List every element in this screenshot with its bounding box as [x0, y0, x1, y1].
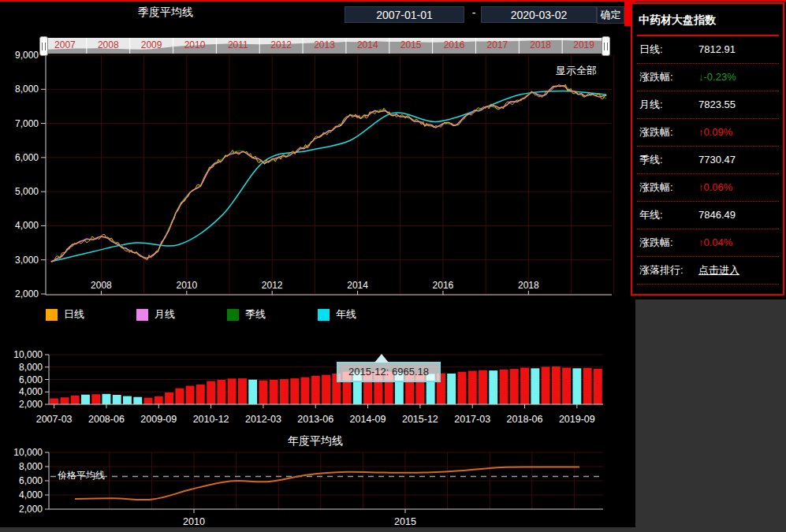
- svg-text:6,000: 6,000: [15, 152, 39, 163]
- bar: [217, 380, 225, 404]
- charts-area: 9,0008,0007,0006,0005,0004,0003,0002,000…: [0, 0, 635, 527]
- panel-row: 涨跌幅:↑0.09%: [637, 119, 779, 147]
- series-yearly: [51, 91, 606, 262]
- date-to-input[interactable]: 2020-03-02: [481, 6, 597, 23]
- svg-text:2012: 2012: [262, 280, 283, 291]
- bar: [458, 372, 467, 404]
- svg-text:2016: 2016: [433, 280, 454, 291]
- legend-item-季线[interactable]: 季线: [227, 307, 318, 322]
- legend: 日线月线季线年线: [46, 307, 408, 322]
- confirm-button[interactable]: 确定: [597, 6, 624, 24]
- datazoom-slider[interactable]: 2007200820092010201120122013201420152016…: [43, 38, 605, 54]
- slider-year-label: 2009: [141, 39, 162, 50]
- bar: [270, 380, 278, 404]
- main-chart: 9,0008,0007,0006,0005,0004,0003,0002,000…: [15, 50, 614, 299]
- slider-handle-right[interactable]: [602, 36, 610, 56]
- panel-row: 涨落排行:点击进入: [637, 257, 779, 285]
- panel-rows: 日线:7812.91涨跌幅:↓-0.23%月线:7823.55涨跌幅:↑0.09…: [632, 36, 783, 285]
- bar: [594, 369, 602, 404]
- bar: [479, 370, 487, 404]
- slider-year-label: 2017: [487, 39, 508, 50]
- bar: [61, 397, 69, 404]
- slider-year-label: 2018: [530, 39, 551, 50]
- panel-row-label: 季线:: [639, 147, 663, 173]
- series-daily: [51, 84, 606, 262]
- bar: [81, 395, 90, 404]
- svg-text:2017-03: 2017-03: [454, 414, 490, 425]
- bar: [71, 396, 80, 404]
- svg-text:2015-12: 2015-12: [402, 414, 438, 425]
- bar-tooltip: 2015-12: 6965.18: [337, 362, 441, 382]
- bar: [102, 394, 111, 404]
- legend-item-年线[interactable]: 年线: [318, 307, 408, 322]
- bar: [175, 389, 184, 404]
- legend-label: 年线: [336, 307, 356, 322]
- svg-text:2019-09: 2019-09: [559, 414, 595, 425]
- bar: [520, 368, 529, 405]
- panel-row-label: 涨跌幅:: [639, 174, 673, 201]
- panel-row-value: ↑0.09%: [698, 119, 732, 146]
- date-from-input[interactable]: 2007-01-01: [345, 6, 464, 23]
- ranking-link[interactable]: 点击进入: [698, 257, 739, 284]
- bar: [155, 396, 163, 404]
- bar: [468, 371, 477, 405]
- svg-text:9,000: 9,000: [15, 50, 39, 61]
- svg-text:4,000: 4,000: [19, 489, 43, 500]
- panel-row: 季线:7730.47: [637, 147, 779, 174]
- panel-title: 中药材大盘指数: [639, 13, 783, 28]
- slider-year-label: 2013: [314, 39, 335, 50]
- panel-row-label: 涨跌幅:: [639, 64, 673, 91]
- svg-text:2010: 2010: [183, 516, 205, 527]
- bar: [165, 392, 173, 404]
- panel-row-label: 涨跌幅:: [639, 229, 673, 256]
- bar: [489, 370, 497, 404]
- bar: [552, 366, 561, 404]
- bar: [228, 378, 237, 404]
- panel-row: 涨跌幅:↑0.06%: [637, 174, 779, 202]
- slider-year-label: 2015: [400, 39, 422, 50]
- svg-text:8,000: 8,000: [15, 84, 39, 95]
- bar: [91, 394, 100, 404]
- bar: [572, 368, 581, 404]
- svg-text:2012-03: 2012-03: [245, 414, 281, 425]
- grip-icon: [604, 43, 608, 50]
- markline-label: 价格平均线: [58, 469, 105, 482]
- bar: [290, 378, 299, 404]
- svg-text:2,000: 2,000: [15, 288, 39, 299]
- svg-text:3,000: 3,000: [15, 255, 39, 266]
- date-range-separator: -: [469, 6, 479, 19]
- bar: [123, 396, 132, 404]
- tooltip-text: 2015-12: 6965.18: [348, 366, 429, 378]
- slider-year-label: 2014: [357, 39, 378, 50]
- series-quarterly: [51, 86, 606, 262]
- svg-text:8,000: 8,000: [19, 362, 43, 373]
- panel-row-value: 7730.47: [698, 147, 736, 173]
- bar: [259, 381, 268, 404]
- bar: [133, 397, 142, 404]
- series-monthly: [51, 85, 606, 262]
- bar: [583, 368, 592, 404]
- bar: [510, 369, 519, 404]
- page-title: 季度平均线: [138, 6, 193, 20]
- panel-row: 年线:7846.49: [637, 202, 779, 229]
- svg-text:4,000: 4,000: [15, 220, 39, 231]
- legend-swatch-icon: [227, 309, 239, 321]
- panel-row-label: 日线:: [639, 36, 663, 63]
- svg-text:2015: 2015: [394, 516, 416, 527]
- svg-text:8,000: 8,000: [19, 461, 43, 472]
- show-all-label[interactable]: 显示全部: [556, 64, 597, 78]
- legend-item-月线[interactable]: 月线: [136, 307, 227, 322]
- slider-year-label: 2010: [184, 39, 206, 50]
- panel-row-label: 涨跌幅:: [639, 119, 673, 146]
- bar: [280, 379, 289, 404]
- slider-year-label: 2011: [228, 39, 248, 50]
- app-root: 9,0008,0007,0006,0005,0004,0003,0002,000…: [0, 0, 786, 532]
- panel-row: 日线:7812.91: [637, 36, 779, 64]
- slider-handle-left[interactable]: [39, 36, 48, 56]
- bar: [50, 399, 58, 405]
- legend-item-日线[interactable]: 日线: [46, 307, 136, 322]
- tooltip-arrow-icon: [374, 354, 389, 363]
- svg-text:10,000: 10,000: [13, 447, 43, 458]
- svg-text:2010-12: 2010-12: [193, 414, 229, 425]
- bar: [248, 380, 257, 404]
